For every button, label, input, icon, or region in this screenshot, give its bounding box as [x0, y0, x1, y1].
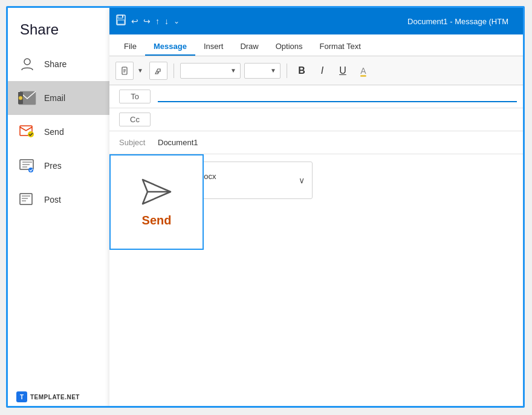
template-logo: T TEMPLATE.NET — [16, 391, 80, 402]
template-logo-text: TEMPLATE.NET — [30, 394, 80, 400]
subject-field: Subject Document1 — [109, 131, 525, 154]
title-bar-icons: ↩ ↪ ↑ ↓ ⌄ — [115, 15, 180, 28]
sidebar-item-share[interactable]: Share — [8, 47, 115, 81]
attachment-expand-icon[interactable]: ∨ — [299, 175, 305, 185]
send-label: Send — [142, 214, 172, 227]
up-arrow-icon[interactable]: ↑ — [155, 16, 160, 26]
format-painter-btn[interactable] — [149, 62, 167, 80]
clipboard-btn[interactable] — [115, 62, 134, 80]
svg-point-0 — [24, 59, 30, 65]
sidebar-item-email[interactable]: Email — [8, 81, 115, 115]
font-color-button[interactable]: A — [355, 62, 372, 79]
outlook-window: ↩ ↪ ↑ ↓ ⌄ Document1 - Message (HTM File … — [109, 8, 525, 408]
sidebar-item-post[interactable]: Post — [8, 183, 115, 217]
ribbon-toolbar: ▼ ▼ ▼ B I — [109, 56, 525, 85]
share-people-icon — [16, 53, 38, 75]
subject-label: Subject — [119, 138, 151, 147]
title-bar-title: Document1 - Message (HTM — [407, 17, 508, 26]
font-size-chevron: ▼ — [270, 67, 276, 74]
to-input[interactable] — [158, 91, 517, 102]
font-name-dropdown[interactable]: ▼ — [180, 63, 241, 79]
sidebar-label-post: Post — [44, 195, 61, 204]
template-branding: T TEMPLATE.NET — [16, 391, 80, 402]
svg-rect-11 — [117, 20, 125, 24]
font-size-dropdown[interactable]: ▼ — [244, 63, 281, 79]
font-name-chevron: ▼ — [230, 67, 236, 74]
svg-rect-12 — [122, 16, 123, 18]
expand-icon[interactable]: ⌄ — [174, 17, 180, 25]
tab-insert[interactable]: Insert — [195, 38, 232, 56]
to-field: To — [109, 85, 525, 108]
send-panel[interactable]: Send — [109, 154, 204, 250]
bold-button[interactable]: B — [293, 62, 310, 79]
outer-frame: Share Share Email — [6, 6, 525, 408]
subject-value: Document1 — [158, 138, 198, 147]
sidebar-label-email: Email — [44, 93, 65, 103]
present-icon — [16, 155, 38, 177]
redo-icon[interactable]: ↪ — [143, 16, 151, 26]
font-color-icon: A — [360, 66, 366, 76]
cc-field: Cc — [109, 108, 525, 131]
sidebar-label-present: Pres — [44, 161, 62, 171]
down-arrow-icon[interactable]: ↓ — [164, 16, 169, 26]
ribbon-tabs: File Message Insert Draw Options Format … — [109, 34, 525, 56]
tab-format-text[interactable]: Format Text — [311, 38, 369, 56]
tab-message[interactable]: Message — [145, 38, 195, 56]
tab-file[interactable]: File — [115, 38, 145, 56]
svg-point-3 — [19, 96, 22, 100]
sidebar-title: Share — [8, 8, 115, 47]
sidebar-label-send: Send — [44, 127, 64, 137]
clipboard-dropdown-icon[interactable]: ▼ — [137, 67, 143, 74]
sidebar: Share Share Email — [8, 8, 115, 408]
send-arrow-icon — [140, 177, 173, 209]
undo-icon[interactable]: ↩ — [131, 16, 138, 26]
sidebar-item-present[interactable]: Pres — [8, 149, 115, 183]
sidebar-label-share: Share — [44, 59, 66, 69]
email-icon — [16, 87, 38, 109]
svg-rect-8 — [20, 194, 32, 204]
cc-button[interactable]: Cc — [119, 113, 151, 126]
underline-button[interactable]: U — [334, 62, 351, 79]
italic-button[interactable]: I — [314, 62, 331, 79]
sidebar-item-send[interactable]: Send — [8, 115, 115, 149]
tab-options[interactable]: Options — [267, 38, 311, 56]
to-button[interactable]: To — [119, 90, 151, 103]
send-to-icon — [16, 121, 38, 143]
title-bar: ↩ ↪ ↑ ↓ ⌄ Document1 - Message (HTM — [109, 8, 525, 34]
save-icon[interactable] — [115, 15, 126, 28]
template-logo-icon: T — [16, 391, 27, 402]
sep1 — [174, 64, 174, 78]
svg-rect-14 — [123, 67, 126, 68]
post-icon — [16, 189, 38, 211]
tab-draw[interactable]: Draw — [232, 38, 267, 56]
cc-input[interactable] — [158, 114, 517, 125]
sep2 — [287, 64, 287, 78]
